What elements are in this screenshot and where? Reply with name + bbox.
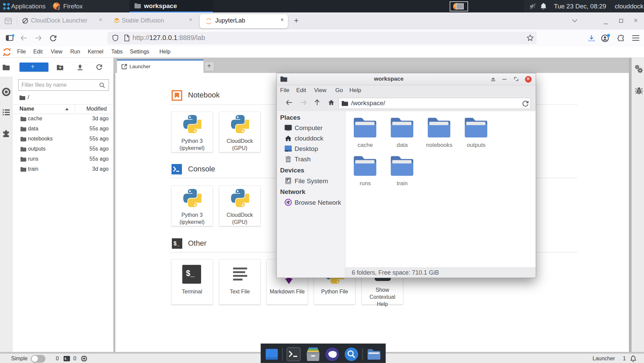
svg-text:2: 2 [58,6,60,10]
svg-text:$_: $_ [174,241,180,246]
